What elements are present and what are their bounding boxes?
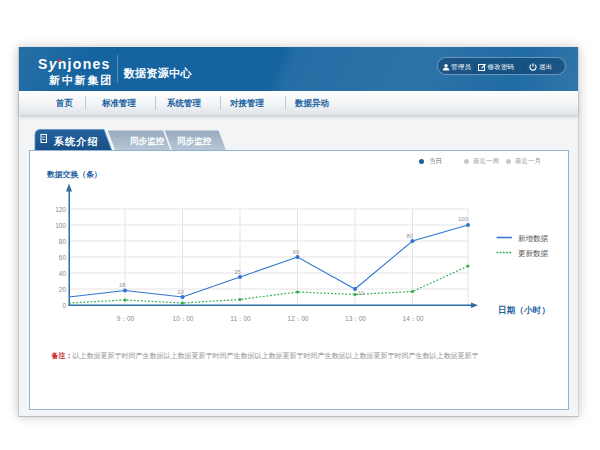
svg-text:0: 0	[62, 302, 66, 309]
svg-text:9：00: 9：00	[117, 315, 135, 322]
svg-text:80: 80	[59, 238, 67, 245]
svg-text:35: 35	[234, 269, 241, 275]
svg-text:数据交换（条）: 数据交换（条）	[46, 170, 102, 179]
svg-text:10：00: 10：00	[173, 315, 194, 322]
svg-text:100: 100	[458, 216, 469, 222]
svg-text:120: 120	[55, 206, 66, 213]
svg-text:60: 60	[293, 249, 300, 255]
svg-text:80: 80	[406, 233, 413, 239]
svg-text:18: 18	[119, 282, 126, 288]
svg-text:同步监控: 同步监控	[177, 136, 212, 146]
svg-text:12：00: 12：00	[288, 315, 309, 322]
svg-text:20: 20	[59, 286, 67, 293]
svg-text:新增数据: 新增数据	[518, 234, 549, 243]
svg-text:10: 10	[358, 290, 365, 296]
svg-text:100: 100	[55, 222, 66, 229]
svg-text:11：00: 11：00	[230, 315, 251, 322]
svg-text:14：00: 14：00	[403, 315, 424, 322]
svg-text:13：00: 13：00	[345, 315, 366, 322]
svg-text:10: 10	[177, 289, 184, 295]
svg-text:系统介绍: 系统介绍	[53, 136, 99, 147]
svg-text:更新数据: 更新数据	[518, 249, 549, 258]
svg-text:日期（小时）: 日期（小时）	[498, 305, 550, 315]
svg-text:40: 40	[59, 270, 67, 277]
svg-text:60: 60	[59, 254, 67, 261]
svg-text:同步监控: 同步监控	[130, 136, 165, 146]
